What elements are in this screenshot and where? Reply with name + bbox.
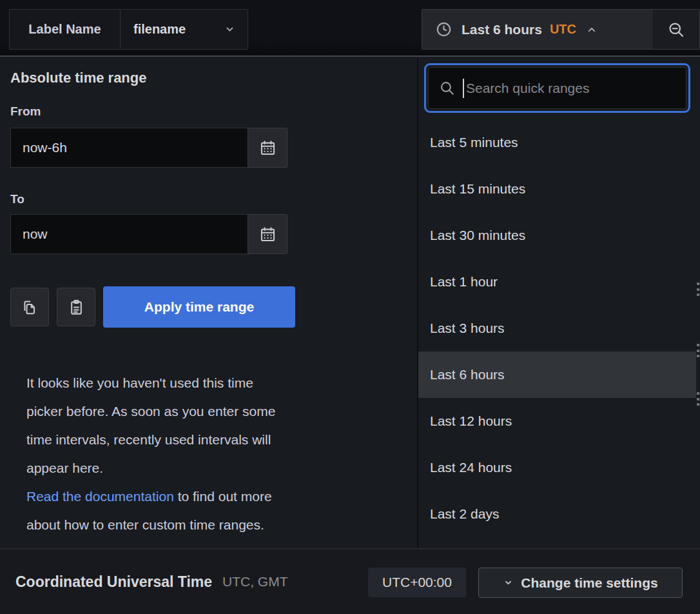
panel-title: Absolute time range (10, 70, 146, 86)
apply-time-range-button[interactable]: Apply time range (103, 286, 295, 328)
chevron-down-icon (224, 23, 236, 35)
quick-range-item[interactable]: Last 6 hours (418, 352, 696, 398)
note-closing-line: about how to enter custom time ranges. (26, 511, 394, 539)
query-label-name: Label Name (9, 9, 121, 50)
quick-ranges-list: Last 5 minutesLast 15 minutesLast 30 min… (418, 119, 696, 537)
quick-range-item[interactable]: Last 30 minutes (418, 212, 696, 259)
zoom-out-icon (667, 21, 685, 39)
to-input-row (10, 214, 287, 254)
absolute-time-range-panel: Absolute time range From To Apply time r… (0, 58, 418, 550)
chevron-up-icon (585, 23, 598, 36)
timezone-abbr: UTC (550, 22, 576, 37)
note-line: time intervals, recently used intervals … (26, 426, 394, 454)
quick-ranges-scrollbar[interactable] (697, 58, 700, 550)
change-time-settings-button[interactable]: Change time settings (478, 568, 683, 598)
time-range-label: Last 6 hours (462, 22, 542, 37)
time-range-picker-button[interactable]: Last 6 hours UTC (422, 9, 654, 50)
from-calendar-button[interactable] (248, 128, 287, 168)
quick-range-item[interactable]: Last 15 minutes (418, 166, 696, 212)
zoom-out-button[interactable] (653, 9, 700, 50)
to-input[interactable] (10, 214, 248, 254)
note-line: It looks like you haven't used this time (26, 369, 394, 397)
quick-range-item[interactable]: Last 1 hour (418, 259, 696, 305)
recent-note-lines: It looks like you haven't used this time… (26, 369, 394, 482)
search-field[interactable] (428, 67, 686, 109)
copy-icon (21, 299, 39, 316)
note-link-line: Read the documentation to find out more (26, 482, 394, 511)
clipboard-icon (68, 299, 85, 316)
quick-range-item[interactable]: Last 24 hours (418, 444, 696, 491)
utc-offset-badge: UTC+00:00 (368, 568, 466, 597)
note-link-suffix: to find out more (174, 489, 272, 504)
to-label: To (10, 192, 24, 206)
search-focus-ring (424, 63, 690, 113)
quick-range-item[interactable]: Last 2 days (418, 491, 696, 537)
text-cursor (463, 79, 464, 98)
from-input-row (10, 128, 287, 168)
quick-range-item[interactable]: Last 5 minutes (418, 119, 696, 166)
label-value-select[interactable]: filename (120, 9, 248, 50)
paste-time-range-button[interactable] (57, 288, 95, 326)
search-icon (439, 80, 455, 96)
clock-icon (435, 21, 452, 38)
quick-ranges-panel: Last 5 minutesLast 15 minutesLast 30 min… (418, 58, 700, 550)
recent-ranges-note: It looks like you haven't used this time… (26, 369, 394, 539)
timezone-footer: Coordinated Universal Time UTC, GMT UTC+… (0, 550, 700, 614)
timezone-name: Coordinated Universal Time (15, 573, 212, 591)
note-line: picker before. As soon as you enter some (26, 397, 394, 426)
top-bar: Label Name filename Last 6 hours UTC (0, 0, 700, 57)
change-time-settings-label: Change time settings (521, 575, 657, 591)
chevron-down-icon (503, 577, 514, 588)
note-line: appear here. (26, 454, 394, 482)
copy-time-range-button[interactable] (10, 288, 49, 326)
calendar-icon (259, 226, 277, 243)
timezone-abbreviations: UTC, GMT (222, 574, 287, 589)
to-calendar-button[interactable] (248, 214, 287, 254)
label-value-text: filename (133, 22, 186, 37)
quick-range-item[interactable]: Last 3 hours (418, 305, 696, 352)
timezone-text: Coordinated Universal Time UTC, GMT (15, 550, 288, 614)
search-quick-ranges-input[interactable] (466, 81, 686, 96)
calendar-icon (259, 139, 277, 157)
from-label: From (10, 104, 41, 119)
read-documentation-link[interactable]: Read the documentation (26, 489, 174, 504)
quick-range-item[interactable]: Last 12 hours (418, 398, 696, 444)
panel-divider (417, 58, 418, 550)
from-input[interactable] (10, 128, 248, 168)
query-label-text: Label Name (28, 22, 101, 37)
